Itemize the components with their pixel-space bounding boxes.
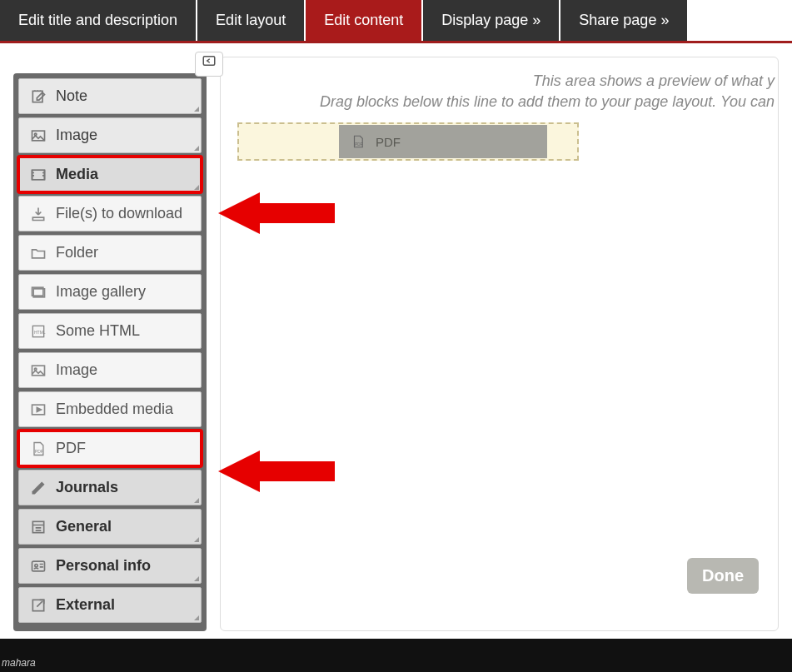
journals-icon xyxy=(29,480,47,496)
collapse-sidebar-button[interactable] xyxy=(195,52,223,77)
block-personal-info[interactable]: Personal info xyxy=(18,548,202,584)
block-sidebar: Note Image Media File(s) to download xyxy=(13,73,207,631)
block-label: General xyxy=(56,518,112,535)
svg-marker-18 xyxy=(218,192,335,234)
svg-text:PDF: PDF xyxy=(355,142,362,147)
tab-bar: Edit title and description Edit layout E… xyxy=(0,0,792,43)
block-journals[interactable]: Journals xyxy=(18,470,202,505)
block-folder[interactable]: Folder xyxy=(18,235,202,271)
block-files-download[interactable]: File(s) to download xyxy=(18,196,202,231)
block-external[interactable]: External xyxy=(18,587,202,623)
block-label: Embedded media xyxy=(56,401,173,418)
tab-edit-content[interactable]: Edit content xyxy=(306,0,421,41)
block-label: External xyxy=(56,596,115,614)
preview-hint-text: This area shows a preview of what y Drag… xyxy=(237,71,778,112)
image-icon xyxy=(29,362,47,379)
pdf-icon: PDF xyxy=(29,441,47,457)
block-label: Image xyxy=(56,127,97,144)
pdf-block-chip[interactable]: PDF PDF xyxy=(339,125,547,158)
external-icon xyxy=(29,597,47,614)
footer-brand-logo: mahara xyxy=(2,654,85,670)
general-icon xyxy=(29,519,47,535)
block-image-gallery[interactable]: Image gallery xyxy=(18,274,202,310)
svg-text:mahara: mahara xyxy=(2,657,36,669)
svg-point-15 xyxy=(35,564,37,566)
tab-edit-layout[interactable]: Edit layout xyxy=(197,0,304,41)
block-label: File(s) to download xyxy=(56,205,182,222)
block-note[interactable]: Note xyxy=(18,78,202,114)
svg-text:PDF: PDF xyxy=(35,449,43,454)
block-pdf[interactable]: PDF PDF xyxy=(18,431,202,466)
annotation-arrow-pdf xyxy=(218,446,335,496)
block-label: Folder xyxy=(56,244,98,261)
tab-edit-title[interactable]: Edit title and description xyxy=(0,0,196,41)
block-label: Media xyxy=(56,166,98,183)
chip-label: PDF xyxy=(376,135,401,149)
pdf-icon: PDF xyxy=(349,134,367,149)
block-label: Journals xyxy=(56,479,118,496)
tab-share-page[interactable]: Share page » xyxy=(560,0,687,41)
annotation-arrow-media xyxy=(218,188,335,238)
block-label: Image gallery xyxy=(56,283,146,301)
block-media[interactable]: Media xyxy=(18,157,202,192)
block-some-html[interactable]: HTML Some HTML xyxy=(18,313,202,349)
block-label: Note xyxy=(56,87,87,105)
block-image-sub[interactable]: Image xyxy=(18,352,202,388)
note-icon xyxy=(29,88,47,105)
block-embedded-media[interactable]: Embedded media xyxy=(18,391,202,427)
gallery-icon xyxy=(29,284,47,301)
image-icon xyxy=(29,127,47,144)
media-icon xyxy=(29,167,47,183)
block-label: PDF xyxy=(56,440,86,457)
block-image-top[interactable]: Image xyxy=(18,117,202,153)
tab-display-page[interactable]: Display page » xyxy=(423,0,559,41)
svg-rect-0 xyxy=(203,57,215,66)
html-icon: HTML xyxy=(29,323,47,340)
block-label: Personal info xyxy=(56,557,151,575)
block-label: Image xyxy=(56,361,97,379)
block-general[interactable]: General xyxy=(18,509,202,545)
personal-info-icon xyxy=(29,558,47,575)
drop-zone[interactable]: PDF PDF xyxy=(237,122,579,161)
embedded-media-icon xyxy=(29,401,47,418)
done-button[interactable]: Done xyxy=(687,558,759,594)
preview-area: This area shows a preview of what y Drag… xyxy=(220,57,779,631)
svg-text:HTML: HTML xyxy=(34,330,46,335)
svg-marker-19 xyxy=(218,450,335,492)
block-label: Some HTML xyxy=(56,322,140,340)
download-icon xyxy=(29,206,47,222)
folder-icon xyxy=(29,245,47,261)
page-footer: mahara xyxy=(0,639,792,672)
